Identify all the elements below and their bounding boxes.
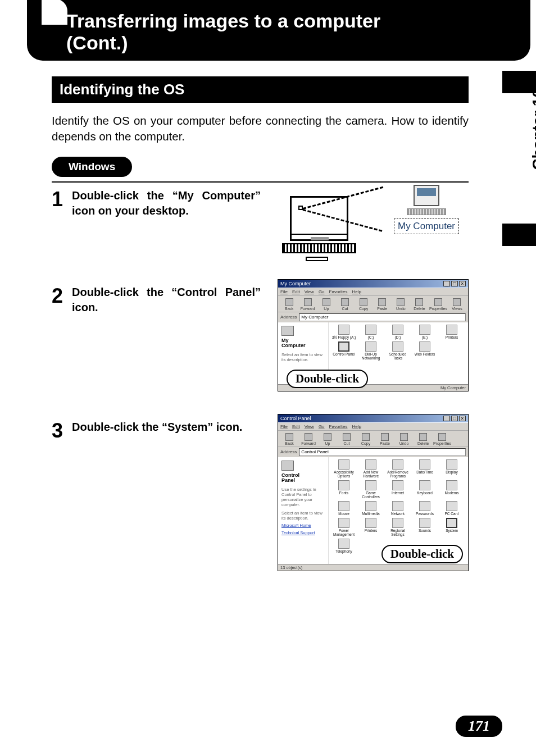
fig2-icon: (D:) (385, 325, 411, 339)
section-heading: Identifying the OS (52, 76, 469, 103)
monitor-illustration (290, 196, 356, 253)
figure-1: My Computer (278, 185, 469, 263)
step-1-num: 1 (52, 189, 65, 210)
page-title-line2: (Cont.) (66, 32, 128, 53)
fig3-icon: Add/Remove Programs (385, 459, 411, 478)
fig3-icon: Internet (385, 480, 411, 499)
step-3-text: Double-click the “System” icon. (72, 420, 264, 435)
fig3-menu: FileEditViewGoFavoritesHelp (278, 422, 468, 430)
fig2-callout: Double-click (287, 370, 368, 388)
fig3-icon: Game Controllers (358, 480, 384, 499)
minimize-icon: _ (443, 416, 450, 421)
page-title-line1: Transferring images to a computer (66, 10, 380, 31)
my-computer-label: My Computer (394, 218, 459, 234)
fig3-icon: Accessibility Options (331, 459, 357, 478)
intro-text: Identify the OS on your computer before … (52, 113, 469, 144)
fig3-toolbar: Back Forward Up Cut Copy Paste Undo Dele… (278, 430, 468, 447)
fig2-toolbar: Back Forward Up Cut Copy Paste Undo Dele… (278, 295, 468, 312)
fig2-icon: (C:) (358, 325, 384, 339)
fig3-callout: Double-click (381, 545, 463, 563)
page-header: Transferring images to a computer (Cont.… (27, 0, 530, 61)
fig2-icon: Scheduled Tasks (385, 341, 411, 360)
fig3-icon: Regional Settings (385, 518, 411, 536)
fig3-window-title: Control Panel (280, 416, 311, 421)
fig3-icon: Display (439, 459, 465, 478)
step-2-text: Double-click the “Control Panel” icon. (72, 285, 264, 315)
fig2-window-title: My Computer (280, 281, 311, 286)
fig3-icon: Fonts (331, 480, 357, 499)
close-icon: × (459, 416, 466, 421)
step-3-num: 3 (52, 421, 65, 441)
fig3-icon: Date/Time (412, 459, 438, 478)
page-title: Transferring images to a computer (Cont.… (66, 10, 517, 54)
fig3-icon: Keyboard (412, 480, 438, 499)
page-number: 171 (456, 716, 502, 737)
my-computer-desktop-icon: My Computer (384, 185, 469, 234)
window-controls: _□× (443, 281, 466, 286)
fig2-icon: (E:) (412, 325, 438, 339)
step-1-text: Double-click the “My Computer” icon on y… (72, 188, 264, 218)
close-icon: × (459, 281, 466, 286)
fig3-icon: Network (385, 501, 411, 516)
window-controls: _□× (443, 416, 466, 421)
fig3-icon: Sounds (412, 518, 438, 536)
fig3-icon: Telephony (331, 539, 357, 553)
fig2-icon: 3½ Floppy (A:) (331, 325, 357, 339)
fig3-icon: Passwords (412, 501, 438, 516)
fig3-address-input (299, 448, 466, 456)
fig3-icon: Printers (358, 518, 384, 536)
fig2-menu: FileEditViewGoFavoritesHelp (278, 288, 468, 295)
fig3-icon: Modems (439, 480, 465, 499)
maximize-icon: □ (451, 416, 458, 421)
fig3-icon: PC Card (439, 501, 465, 516)
fig2-icon: Printers (439, 325, 465, 339)
fig3-icon: Mouse (331, 501, 357, 516)
windows-pill: Windows (52, 157, 132, 177)
fig2-icon: Dial-Up Networking (358, 341, 384, 360)
step-2-num: 2 (52, 286, 65, 306)
fig3-icon: Power Management (331, 518, 357, 536)
fig2-icon: Control Panel (331, 341, 357, 360)
fig2-address-input (299, 313, 466, 321)
minimize-icon: _ (443, 281, 450, 286)
fig2-icon: Web Folders (412, 341, 438, 360)
fig3-icon: System (439, 518, 465, 536)
fig3-icon: Add New Hardware (358, 459, 384, 478)
maximize-icon: □ (451, 281, 458, 286)
fig3-icon: Multimedia (358, 501, 384, 516)
